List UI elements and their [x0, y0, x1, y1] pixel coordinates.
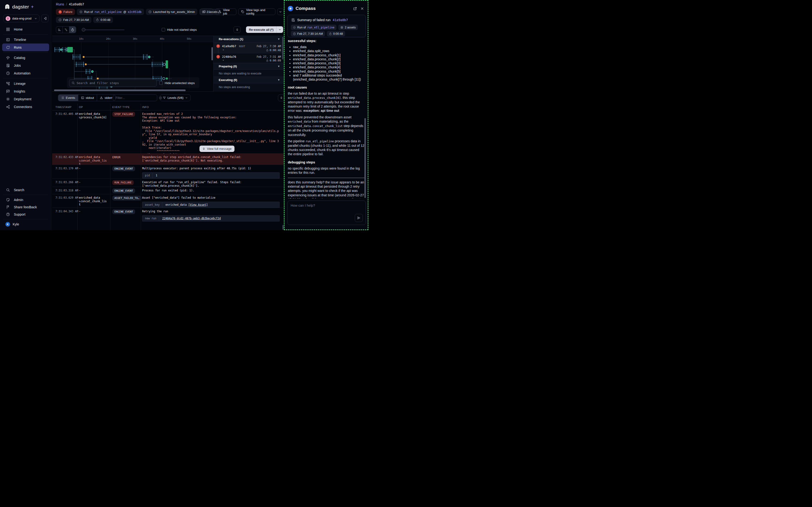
sidebar-item-automation[interactable]: Automation: [2, 69, 49, 77]
gantt-chart[interactable]: 10s 20s 30s 40s 50s: [52, 36, 213, 92]
sidebar-item-insights[interactable]: Insights: [2, 88, 49, 95]
gantt-timed-view-button[interactable]: [69, 26, 76, 33]
list-item: enriched_data.process_chunk[4]: [293, 65, 365, 69]
levels-dropdown[interactable]: Levels (5/6): [160, 95, 191, 101]
dagster-logo[interactable]: dagster +: [4, 4, 34, 10]
gantt-waterfall-view-button[interactable]: [63, 26, 69, 33]
table-row[interactable]: 7:31:02.405 AM enriched_data↳process_chu…: [52, 110, 284, 154]
reexecute-dropdown[interactable]: [276, 26, 283, 33]
executing-title: Executing (0): [219, 78, 237, 82]
commit-link[interactable]: e2c051db: [128, 10, 142, 14]
more-actions-button[interactable]: [277, 8, 284, 15]
table-row[interactable]: 7:31:04.343 AM - ENGINE_EVENT Retrying t…: [52, 208, 284, 230]
list-icon: [61, 96, 64, 99]
tab-stdout[interactable]: stdout: [78, 95, 97, 101]
run-id[interactable]: 22484a76: [222, 55, 236, 58]
tab-events[interactable]: Events: [58, 95, 78, 101]
gantt-zoom-slider[interactable]: [82, 30, 124, 30]
gantt-horizontal-scrollbar[interactable]: [54, 90, 185, 91]
log-filter-input[interactable]: [116, 96, 157, 100]
send-button[interactable]: [355, 214, 363, 222]
table-row[interactable]: 7:31:03.170 AM - ENGINE_EVENT Multiproce…: [52, 165, 284, 179]
divider: [3, 34, 48, 35]
table-row[interactable]: 7:31:03.266 AM - RUN_FAILURE Execution o…: [52, 179, 284, 187]
breadcrumb-runs-link[interactable]: Runs: [56, 2, 64, 6]
run-of-chip[interactable]: Run of run_etl_pipeline @ e2c051db: [77, 9, 144, 15]
assets-count-label: 2 assets: [345, 26, 356, 29]
run-duration: 0:00:48: [270, 49, 281, 52]
event-timestamp: 7:31:02.433 AM: [55, 156, 78, 159]
event-info-text: Execution of run for "run_etl_pipeline" …: [142, 181, 280, 187]
events-scrollbar[interactable]: [282, 225, 284, 230]
sidebar-item-home[interactable]: Home: [2, 25, 49, 33]
pipeline-link[interactable]: run_etl_pipeline: [95, 10, 122, 14]
event-timestamp: 7:31:03.629 AM: [55, 196, 78, 200]
sidebar-item-timeline[interactable]: Timeline: [2, 36, 49, 44]
run-id[interactable]: 41a9a0b7: [222, 44, 236, 48]
preparing-header[interactable]: Preparing (0) ▼: [214, 63, 284, 70]
compass-run-chip[interactable]: Run of run_etl_pipeline: [291, 25, 336, 30]
compass-assets-chip[interactable]: 2 assets: [338, 25, 358, 30]
sidebar-item-deployment[interactable]: Deployment: [2, 95, 49, 103]
alerts-button[interactable]: ∅: [200, 8, 213, 15]
divider: [3, 78, 48, 78]
sidebar-item-label: Admin: [14, 198, 23, 202]
hide-not-started-checkbox[interactable]: [162, 28, 165, 32]
reexecutions-scrollbar[interactable]: [282, 37, 283, 59]
log-sort-button[interactable]: [278, 95, 284, 101]
reexecute-all-label: Re-execute all (*): [246, 28, 276, 32]
workspace-selector[interactable]: D data-eng-prod: [3, 14, 40, 22]
catalog-icon: [6, 56, 10, 60]
hide-not-started-label: Hide not started steps: [167, 28, 197, 32]
step-search-box[interactable]: [69, 79, 157, 87]
reexecute-all-button[interactable]: Re-execute all (*): [246, 26, 283, 33]
open-in-new-button[interactable]: [353, 6, 357, 11]
summary-doc-icon: [291, 18, 295, 22]
view-job-button[interactable]: View job: [215, 8, 236, 15]
run-failed-icon: !: [216, 55, 220, 58]
table-row[interactable]: 7:31:02.433 AM enriched_data↳concat_chun…: [52, 154, 284, 165]
help-icon: [6, 213, 10, 216]
sidebar-item-search[interactable]: Search: [2, 186, 49, 193]
reexecution-run-row[interactable]: ! 41a9a0b7 ROOT Feb 27, 7:30 AM * 0:00:4…: [214, 43, 284, 53]
log-filter-box[interactable]: [113, 95, 157, 101]
sidebar-item-admin[interactable]: Admin: [2, 196, 49, 203]
sidebar-collapse-button[interactable]: [41, 14, 48, 22]
gantt-vertical-scrollbar[interactable]: [211, 47, 213, 60]
tab-stderr[interactable]: stderr: [97, 95, 115, 101]
sidebar-item-runs[interactable]: Runs: [2, 44, 49, 51]
view-tags-config-button[interactable]: View tags and config: [238, 8, 275, 15]
assets-grid-icon: [340, 26, 343, 29]
table-row[interactable]: 7:31:03.318 AM - ENGINE_EVENT Process fo…: [52, 187, 284, 194]
pipeline-link[interactable]: run_etl_pipeline: [307, 26, 335, 29]
sidebar-item-connections[interactable]: Connections: [2, 103, 49, 111]
compass-scrollbar[interactable]: [365, 118, 366, 198]
hide-unselected-checkbox[interactable]: [159, 81, 163, 85]
slider-knob[interactable]: [82, 28, 85, 32]
view-full-message-button[interactable]: View full message: [200, 146, 234, 152]
launched-by-chip[interactable]: Launched by run_assets_30min: [146, 9, 197, 15]
sidebar-item-jobs[interactable]: Jobs: [2, 61, 49, 69]
stopwatch-icon: [71, 28, 74, 32]
user-menu[interactable]: KKyle: [2, 221, 49, 228]
stopwatch-icon: [266, 49, 269, 52]
gantt-flat-view-button[interactable]: [56, 26, 63, 33]
sidebar-item-support[interactable]: Support: [2, 211, 49, 218]
view-asset-link[interactable]: [View Asset]: [188, 203, 208, 207]
gantt-expand-button[interactable]: [233, 26, 240, 33]
compass-chat-input[interactable]: [291, 204, 349, 222]
event-op: -: [79, 189, 107, 192]
sidebar-item-lineage[interactable]: Lineage: [2, 79, 49, 88]
executing-header[interactable]: Executing (0) ▼: [214, 77, 284, 83]
table-row[interactable]: 7:31:03.629 AM enriched_data↳concat_chun…: [52, 194, 284, 208]
reexecutions-header[interactable]: Re-executions (1) ▼: [214, 36, 284, 43]
start-time-label: Feb 27, 7:30:14 AM: [297, 32, 323, 36]
sidebar-item-catalog[interactable]: Catalog: [2, 54, 49, 61]
close-compass-button[interactable]: [361, 6, 364, 11]
step-search-input[interactable]: [76, 81, 154, 85]
summary-run-id[interactable]: 41a9a0b7: [333, 18, 348, 22]
event-op-asset: enriched_data: [79, 112, 107, 116]
sidebar-item-share-feedback[interactable]: Share feedback: [2, 203, 49, 211]
reexecution-run-row[interactable]: ! 22484a76 Feb 27, 7:31 AM * 0:00:09: [214, 53, 284, 63]
new-run-link[interactable]: 22484a76-dcd2-487b-aeb3-db3bece6cf2d: [162, 217, 221, 220]
